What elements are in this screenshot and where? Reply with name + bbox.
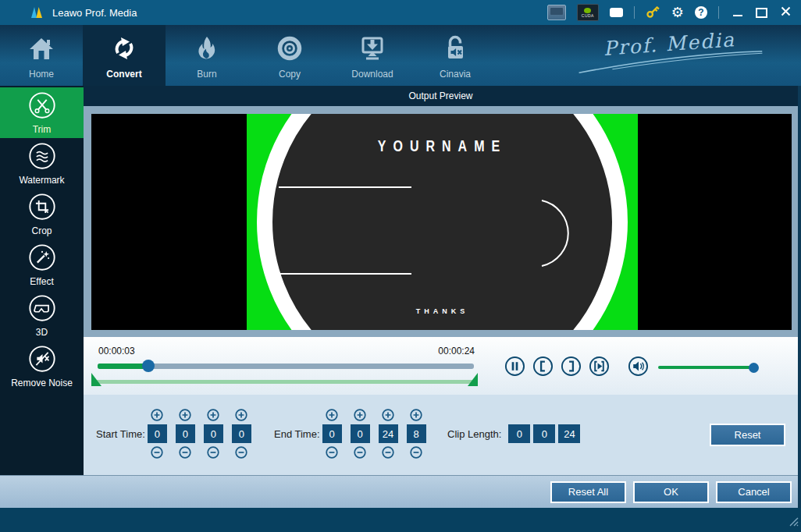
sidebar-item-effect[interactable]: Effect (0, 239, 84, 290)
end-time-field[interactable]: 0 (351, 424, 370, 443)
register-key-icon[interactable] (646, 4, 660, 22)
sidebar-item-trim[interactable]: Trim (0, 87, 84, 138)
decrement-icon[interactable] (151, 446, 163, 459)
increment-icon[interactable] (382, 409, 394, 421)
increment-icon[interactable] (354, 409, 366, 421)
start-time-unit: 0 (204, 409, 223, 459)
tab-home[interactable]: Home (0, 25, 83, 86)
video-line-top (279, 186, 411, 188)
watermark-waves-icon (27, 141, 57, 174)
video-footer-text: THANKS (247, 307, 638, 315)
clip-length-field: 0 (533, 424, 555, 443)
video-line-bottom (279, 273, 411, 275)
trim-end-handle[interactable] (468, 373, 478, 386)
feedback-bubble-icon[interactable] (610, 8, 623, 17)
decrement-icon[interactable] (207, 446, 219, 459)
clip-length-label: Clip Length: (447, 428, 501, 440)
green-screen-frame: YOURNAME THANKS (247, 114, 638, 330)
video-preview: YOURNAME THANKS (91, 114, 792, 330)
volume-thumb[interactable] (749, 363, 759, 373)
sidebar-item-label: Remove Noise (11, 378, 73, 388)
sidebar-item-remove-noise[interactable]: Remove Noise (0, 341, 84, 392)
preview-panel: YOURNAME THANKS (84, 106, 798, 337)
output-preview-header: Output Preview (84, 86, 798, 106)
help-icon[interactable]: ? (695, 6, 707, 19)
increment-icon[interactable] (179, 409, 191, 421)
end-time-unit: 0 (322, 409, 342, 459)
decrement-icon[interactable] (235, 446, 247, 459)
decrement-icon[interactable] (410, 446, 422, 459)
end-time-unit: 8 (407, 409, 426, 459)
end-time-field[interactable]: 8 (407, 424, 426, 443)
increment-icon[interactable] (207, 409, 219, 421)
tab-cinavia[interactable]: Cinavia (414, 25, 497, 86)
reset-button[interactable]: Reset (710, 424, 785, 446)
remove-noise-icon (27, 344, 57, 377)
resize-grip[interactable] (788, 516, 799, 530)
close-button[interactable] (781, 5, 791, 20)
end-time-field[interactable]: 24 (379, 424, 398, 443)
trim-range-track[interactable] (92, 380, 477, 384)
video-arc-graphic (534, 197, 577, 272)
decrement-icon[interactable] (382, 446, 394, 459)
title-bar: Leawo Prof. Media CUDA ⚙ ? (0, 0, 801, 25)
copy-disc-icon (274, 34, 305, 66)
start-time-unit: 0 (148, 409, 167, 459)
increment-icon[interactable] (410, 409, 422, 421)
convert-icon (109, 34, 140, 66)
set-end-bracket-button[interactable] (561, 356, 582, 377)
increment-icon[interactable] (151, 409, 163, 421)
start-time-label: Start Time: (96, 428, 145, 440)
minimize-button[interactable] (733, 8, 742, 17)
tab-copy[interactable]: Copy (248, 25, 331, 86)
start-time-field[interactable]: 0 (204, 424, 223, 443)
footer-button-bar: Reset All OK Cancel (0, 475, 798, 508)
increment-icon[interactable] (235, 409, 247, 421)
maximize-button[interactable] (756, 8, 767, 18)
effect-wand-icon (27, 243, 57, 275)
progress-thumb[interactable] (142, 360, 155, 372)
tab-burn[interactable]: Burn (166, 25, 248, 86)
supports-cuda-badge-icon (547, 5, 566, 20)
titlebar-separator (718, 6, 719, 19)
end-time-field[interactable]: 0 (322, 424, 342, 443)
app-window: Leawo Prof. Media CUDA ⚙ ? (0, 0, 801, 532)
increment-icon[interactable] (326, 409, 338, 421)
progress-slider[interactable] (98, 364, 474, 369)
end-time-unit: 0 (351, 409, 370, 459)
brand-logo: Prof. Media (575, 27, 765, 78)
end-time-unit: 24 (379, 409, 398, 459)
sidebar-item-watermark[interactable]: Watermark (0, 138, 84, 189)
tab-download[interactable]: Download (331, 25, 414, 86)
sidebar-item-label: 3D (36, 327, 48, 338)
pause-button[interactable] (504, 356, 525, 377)
trim-start-handle[interactable] (91, 373, 101, 386)
start-time-field[interactable]: 0 (232, 424, 251, 443)
nav-label: Download (351, 69, 393, 80)
set-start-bracket-button[interactable] (532, 356, 554, 377)
nav-label: Convert (106, 69, 141, 80)
timeline-strip: 00:00:03 00:00:24 (84, 337, 798, 395)
decrement-icon[interactable] (326, 446, 338, 459)
sidebar-item-crop[interactable]: Crop (0, 189, 84, 239)
start-time-field[interactable]: 0 (176, 424, 195, 443)
decrement-icon[interactable] (354, 446, 366, 459)
ok-button[interactable]: OK (633, 481, 709, 503)
video-title-text: YOURNAME (247, 137, 638, 155)
tab-convert[interactable]: Convert (83, 25, 166, 86)
reset-all-button[interactable]: Reset All (550, 481, 626, 503)
cancel-button[interactable]: Cancel (716, 481, 792, 503)
volume-slider[interactable] (658, 366, 757, 369)
trim-scissors-icon (27, 90, 57, 123)
decrement-icon[interactable] (179, 446, 191, 459)
volume-button[interactable] (628, 356, 649, 377)
settings-gear-icon[interactable]: ⚙ (671, 5, 684, 20)
playback-controls (504, 356, 649, 377)
end-time-label: End Time: (274, 428, 320, 440)
burn-flame-icon (191, 34, 222, 66)
start-time-field[interactable]: 0 (148, 424, 167, 443)
clip-length-field: 0 (508, 424, 530, 443)
status-bar (0, 508, 801, 532)
play-selection-button[interactable] (589, 356, 610, 377)
sidebar-item-3d[interactable]: 3D (0, 290, 84, 341)
